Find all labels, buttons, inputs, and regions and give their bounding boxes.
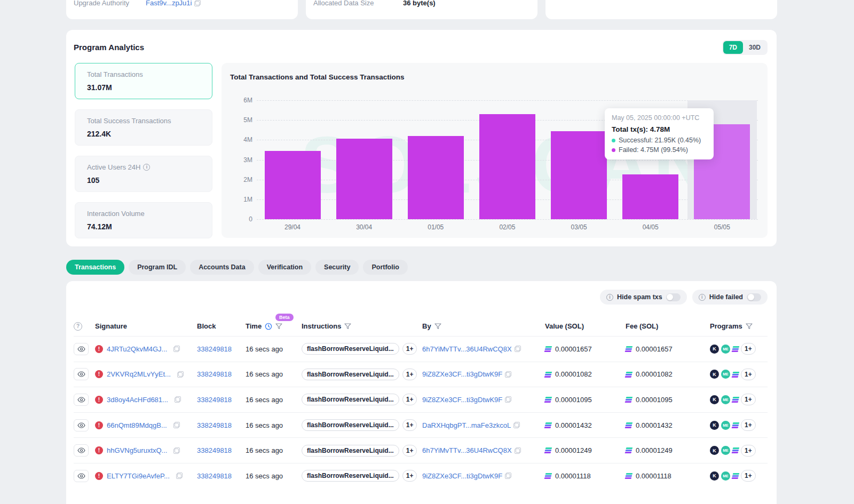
copy-icon[interactable] xyxy=(173,346,180,352)
program-badge-me[interactable]: ME xyxy=(721,395,730,404)
more-instructions-badge[interactable]: 1+ xyxy=(402,419,417,431)
filter-icon[interactable] xyxy=(344,323,351,330)
instruction-pill[interactable]: flashBorrowReserveLiquid... xyxy=(302,445,399,457)
program-badge-me[interactable]: ME xyxy=(721,471,730,481)
bar-01/05[interactable] xyxy=(408,136,464,219)
clock-icon[interactable] xyxy=(265,323,272,330)
copy-icon[interactable] xyxy=(513,422,520,428)
preview-eye-button[interactable] xyxy=(74,470,89,482)
by-address-link[interactable]: DaRXHqbgPT...maFe3zkcoL xyxy=(422,421,511,429)
signature-link[interactable]: 66nQmt89MdqgB... xyxy=(107,421,167,429)
program-badge-k[interactable]: K xyxy=(710,421,719,430)
program-icons[interactable]: KME xyxy=(710,345,730,354)
filter-icon[interactable] xyxy=(275,323,282,330)
hide-spam-toggle[interactable]: i Hide spam txs xyxy=(600,290,687,305)
signature-link[interactable]: 2VKVRq2MLvYyEt... xyxy=(107,370,171,378)
preview-eye-button[interactable] xyxy=(74,394,89,406)
stat-interaction-volume[interactable]: Interaction Volume 74.12M xyxy=(75,202,212,238)
copy-icon[interactable] xyxy=(173,422,180,428)
help-icon[interactable]: ? xyxy=(74,322,82,331)
hide-failed-switch[interactable] xyxy=(747,293,761,301)
more-instructions-badge[interactable]: 1+ xyxy=(402,394,417,405)
more-programs-badge[interactable]: 1+ xyxy=(741,445,756,457)
filter-icon[interactable] xyxy=(746,323,753,330)
by-address-link[interactable]: 9iZ8ZXe3CF...ti3gDtwK9F xyxy=(422,472,502,480)
instruction-pill[interactable]: flashBorrowReserveLiquid... xyxy=(302,343,399,355)
copy-icon[interactable] xyxy=(176,473,183,479)
block-link[interactable]: 338249818 xyxy=(197,446,232,454)
solana-program-icon[interactable] xyxy=(732,372,739,378)
program-badge-k[interactable]: K xyxy=(710,446,719,455)
col-time[interactable]: Time Beta xyxy=(246,322,302,330)
program-badge-me[interactable]: ME xyxy=(721,446,730,455)
program-icons[interactable]: KME xyxy=(710,446,730,455)
col-by[interactable]: By xyxy=(422,322,545,330)
tab-security[interactable]: Security xyxy=(315,260,359,275)
period-option-7d[interactable]: 7D xyxy=(723,41,743,54)
copy-icon[interactable] xyxy=(515,346,521,352)
hide-failed-toggle[interactable]: i Hide failed xyxy=(692,290,768,305)
solana-program-icon[interactable] xyxy=(732,346,739,352)
bar-30/04[interactable] xyxy=(336,139,392,219)
block-link[interactable]: 338249818 xyxy=(197,370,232,378)
copy-icon[interactable] xyxy=(505,473,511,479)
instruction-pill[interactable]: flashBorrowReserveLiquid... xyxy=(302,470,399,482)
copy-icon[interactable] xyxy=(177,371,184,378)
program-icons[interactable]: KME xyxy=(710,471,730,481)
preview-eye-button[interactable] xyxy=(74,343,89,355)
more-instructions-badge[interactable]: 1+ xyxy=(402,369,417,380)
block-link[interactable]: 338249818 xyxy=(197,396,232,404)
instruction-pill[interactable]: flashBorrowReserveLiquid... xyxy=(302,369,399,380)
more-programs-badge[interactable]: 1+ xyxy=(741,343,756,355)
solana-program-icon[interactable] xyxy=(732,447,739,453)
signature-link[interactable]: hhGVNg5uruxtxQ... xyxy=(107,446,167,454)
program-badge-me[interactable]: ME xyxy=(721,421,730,430)
signature-link[interactable]: 3d8oy4AcHFd681... xyxy=(107,396,168,404)
bar-04/05[interactable] xyxy=(622,174,678,219)
col-instructions[interactable]: Instructions xyxy=(302,322,422,330)
tab-transactions[interactable]: Transactions xyxy=(66,260,124,275)
tab-accounts-data[interactable]: Accounts Data xyxy=(190,260,254,275)
more-instructions-badge[interactable]: 1+ xyxy=(402,343,417,355)
copy-icon[interactable] xyxy=(175,396,181,403)
period-option-30d[interactable]: 30D xyxy=(743,41,766,54)
by-address-link[interactable]: 6h7YiMvTTv...36U4RwCQ8X xyxy=(422,345,512,353)
program-icons[interactable]: KME xyxy=(710,370,730,379)
block-link[interactable]: 338249818 xyxy=(197,421,232,429)
stat-total-success-transactions[interactable]: Total Success Transactions 212.4K xyxy=(75,109,212,146)
tab-portfolio[interactable]: Portfolio xyxy=(363,260,407,275)
col-programs[interactable]: Programs xyxy=(710,322,768,330)
program-badge-k[interactable]: K xyxy=(710,370,719,379)
solana-program-icon[interactable] xyxy=(732,473,739,479)
by-address-link[interactable]: 9iZ8ZXe3CF...ti3gDtwK9F xyxy=(422,370,502,378)
hide-spam-switch[interactable] xyxy=(666,293,681,301)
solana-program-icon[interactable] xyxy=(732,397,739,403)
upgrade-authority-link[interactable]: Fast9v...zpJu1i xyxy=(146,0,192,7)
program-badge-k[interactable]: K xyxy=(710,395,719,404)
signature-link[interactable]: 4JRTu2QkvM4GJ... xyxy=(107,345,167,353)
tab-program-idl[interactable]: Program IDL xyxy=(129,260,186,275)
solana-program-icon[interactable] xyxy=(732,422,739,428)
program-badge-k[interactable]: K xyxy=(710,345,719,354)
instruction-pill[interactable]: flashBorrowReserveLiquid... xyxy=(302,394,399,405)
more-programs-badge[interactable]: 1+ xyxy=(741,470,756,482)
more-programs-badge[interactable]: 1+ xyxy=(741,419,756,431)
by-address-link[interactable]: 6h7YiMvTTv...36U4RwCQ8X xyxy=(422,446,512,454)
more-instructions-badge[interactable]: 1+ xyxy=(402,445,417,457)
program-icons[interactable]: KME xyxy=(710,395,730,404)
bar-02/05[interactable] xyxy=(479,114,535,219)
signature-link[interactable]: ELTY7TGi9eAvfeP... xyxy=(107,472,170,480)
more-programs-badge[interactable]: 1+ xyxy=(741,394,756,405)
program-icons[interactable]: KME xyxy=(710,421,730,430)
tab-verification[interactable]: Verification xyxy=(258,260,311,275)
block-link[interactable]: 338249818 xyxy=(197,345,232,353)
stat-total-transactions[interactable]: Total Transactions 31.07M xyxy=(75,63,212,99)
preview-eye-button[interactable] xyxy=(74,368,89,380)
preview-eye-button[interactable] xyxy=(74,419,89,431)
program-badge-me[interactable]: ME xyxy=(721,345,730,354)
copy-icon[interactable] xyxy=(515,447,521,454)
preview-eye-button[interactable] xyxy=(74,444,89,457)
more-instructions-badge[interactable]: 1+ xyxy=(402,470,417,482)
instruction-pill[interactable]: flashBorrowReserveLiquid... xyxy=(302,419,399,431)
program-badge-k[interactable]: K xyxy=(710,471,719,481)
